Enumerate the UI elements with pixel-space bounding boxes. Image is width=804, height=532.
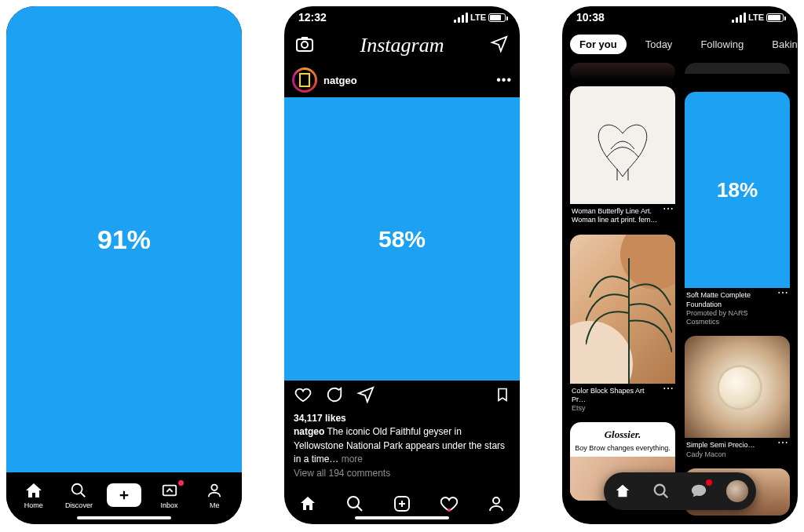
pin-source: Etsy [572, 404, 660, 413]
nav-messages-icon[interactable] [687, 479, 711, 503]
notification-dot-icon [448, 508, 451, 512]
nav-label: Home [24, 501, 43, 509]
pin-caption [686, 74, 788, 82]
instagram-percent-label: 58% [378, 226, 426, 253]
bookmark-icon[interactable] [495, 385, 510, 407]
post-username[interactable]: natgeo [323, 75, 490, 86]
nav-activity-icon[interactable] [440, 494, 459, 516]
svg-point-13 [493, 497, 499, 504]
profile-icon [204, 481, 225, 500]
caption-more[interactable]: more [342, 454, 363, 465]
likes-count[interactable]: 34,117 likes [294, 412, 510, 425]
more-options-icon[interactable]: ⋯ [663, 207, 674, 210]
pin-tagline: Boy Brow changes everything. [570, 444, 675, 452]
comment-icon[interactable] [325, 386, 344, 406]
pin-card[interactable]: Simple Semi Precio… Cady Macon ⋯ [685, 336, 790, 464]
pin-card[interactable] [570, 63, 675, 82]
nav-search-icon[interactable] [345, 494, 364, 516]
svg-point-7 [302, 42, 308, 48]
signal-icon [454, 13, 468, 23]
tiktok-bottom-nav: Home Discover Inbox Me [6, 472, 242, 524]
nav-search-icon[interactable] [649, 479, 673, 503]
status-bar: 12:32 LTE [284, 6, 520, 28]
caption-text: The iconic Old Faithful geyser in Yellow… [294, 426, 505, 465]
pinterest-feed[interactable]: Woman Butterfly Line Art. Woman line art… [562, 60, 798, 524]
pin-title: Woman Butterfly Line Art. Woman line art… [572, 207, 660, 225]
post-caption: natgeo The iconic Old Faithful geyser in… [294, 425, 510, 466]
home-indicator [355, 516, 449, 519]
post-media[interactable]: 58% [284, 97, 520, 381]
feed-tabs: For you Today Following Baking fuud A [562, 28, 798, 60]
tab-for-you[interactable]: For you [570, 35, 627, 54]
tiktok-nav-home[interactable]: Home [12, 481, 56, 509]
instagram-header: Instagram [284, 28, 520, 63]
network-label: LTE [470, 13, 486, 22]
caption-username[interactable]: natgeo [294, 426, 324, 437]
status-time: 12:32 [298, 11, 327, 24]
post-actions [284, 381, 520, 412]
plus-icon [107, 483, 141, 507]
svg-line-1 [81, 493, 86, 497]
tab-today[interactable]: Today [636, 35, 682, 54]
nav-add-icon[interactable] [393, 494, 411, 516]
svg-point-8 [348, 497, 359, 508]
tiktok-nav-inbox[interactable]: Inbox [148, 481, 192, 509]
nav-profile-avatar[interactable] [725, 479, 749, 503]
instagram-bottom-nav [284, 486, 520, 524]
nav-profile-icon[interactable] [487, 494, 506, 516]
tab-baking[interactable]: Baking [762, 35, 798, 54]
svg-point-0 [72, 484, 82, 494]
svg-line-16 [663, 494, 668, 498]
notification-dot-icon [178, 480, 184, 486]
post-meta: 34,117 likes natgeo The iconic Old Faith… [284, 412, 520, 486]
pinterest-screen: 10:38 LTE For you Today Following Baking… [562, 6, 798, 524]
pin-card[interactable] [685, 63, 790, 87]
like-icon[interactable] [294, 386, 312, 406]
inbox-icon [159, 481, 180, 500]
tiktok-percent-label: 91% [97, 224, 151, 255]
status-bar: 10:38 LTE [562, 6, 798, 28]
instagram-screen: 12:32 LTE Instagram natgeo ••• 58% [284, 6, 520, 524]
instagram-logo[interactable]: Instagram [360, 34, 444, 57]
pin-title: Color Block Shapes Art Pr… [572, 387, 660, 405]
avatar [726, 480, 748, 502]
tiktok-content-area[interactable]: 91% [6, 6, 242, 472]
pinterest-percent-label: 18% [717, 178, 758, 202]
tiktok-nav-create[interactable] [102, 483, 146, 507]
network-label: LTE [748, 13, 764, 22]
notification-dot-icon [706, 479, 712, 486]
signal-icon [732, 13, 746, 23]
pin-promo: Promoted by [686, 309, 726, 317]
pin-card[interactable]: Color Block Shapes Art Pr… Etsy ⋯ [570, 235, 675, 418]
share-icon[interactable] [356, 386, 375, 406]
camera-icon[interactable] [295, 35, 314, 56]
pinterest-bottom-nav [604, 472, 756, 510]
more-options-icon[interactable]: ••• [496, 73, 512, 87]
tab-following[interactable]: Following [691, 35, 753, 54]
more-options-icon[interactable]: ⋯ [777, 291, 788, 294]
nav-home-icon[interactable] [298, 494, 317, 516]
tiktok-nav-me[interactable]: Me [192, 481, 236, 509]
svg-rect-4 [163, 486, 176, 496]
more-options-icon[interactable]: ⋯ [663, 387, 674, 390]
direct-message-icon[interactable] [490, 35, 509, 56]
pin-brand: Glossier. [570, 428, 675, 441]
pin-source: Cady Macon [686, 450, 774, 459]
story-ring-avatar[interactable] [292, 67, 317, 93]
pin-title: Soft Matte Complete Foundation [686, 291, 774, 309]
post-header: natgeo ••• [284, 63, 520, 97]
svg-point-5 [212, 485, 217, 490]
view-comments-link[interactable]: View all 194 comments [294, 467, 510, 480]
pin-card-highlight[interactable]: 18% Soft Matte Complete Foundation Promo… [685, 92, 790, 331]
battery-icon [766, 13, 784, 22]
svg-point-15 [655, 485, 665, 495]
pin-card[interactable]: Woman Butterfly Line Art. Woman line art… [570, 86, 675, 230]
home-icon [24, 481, 44, 500]
tiktok-nav-discover[interactable]: Discover [57, 481, 100, 509]
nav-label: Inbox [161, 501, 178, 509]
search-icon [68, 481, 89, 500]
nav-home-icon[interactable] [611, 479, 634, 503]
more-options-icon[interactable]: ⋯ [777, 441, 788, 444]
battery-icon [488, 13, 506, 22]
nav-label: Discover [65, 501, 93, 509]
